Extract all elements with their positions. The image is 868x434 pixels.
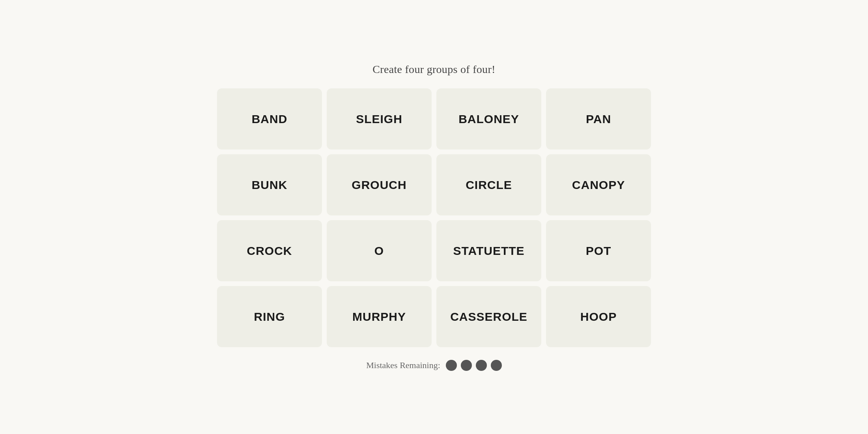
card-label-bunk: BUNK	[252, 178, 288, 192]
card-label-grouch: GROUCH	[352, 178, 406, 192]
card-pan[interactable]: PAN	[546, 88, 651, 150]
card-label-hoop: HOOP	[580, 310, 617, 324]
card-ring[interactable]: RING	[217, 286, 322, 347]
card-label-ring: RING	[254, 310, 285, 324]
card-pot[interactable]: POT	[546, 220, 651, 281]
mistake-dot-1	[446, 360, 457, 371]
card-label-o: O	[374, 244, 384, 258]
mistake-dot-2	[461, 360, 472, 371]
card-crock[interactable]: CROCK	[217, 220, 322, 281]
game-container: Create four groups of four! BANDSLEIGHBA…	[217, 63, 651, 371]
card-label-crock: CROCK	[247, 244, 292, 258]
card-label-circle: CIRCLE	[466, 178, 512, 192]
subtitle: Create four groups of four!	[372, 63, 495, 76]
card-casserole[interactable]: CASSEROLE	[436, 286, 541, 347]
card-baloney[interactable]: BALONEY	[436, 88, 541, 150]
mistake-dot-4	[491, 360, 502, 371]
word-grid: BANDSLEIGHBALONEYPANBUNKGROUCHCIRCLECANO…	[217, 88, 651, 347]
card-murphy[interactable]: MURPHY	[327, 286, 432, 347]
mistakes-label: Mistakes Remaining:	[366, 360, 440, 370]
mistakes-row: Mistakes Remaining:	[366, 360, 502, 371]
card-label-murphy: MURPHY	[352, 310, 406, 324]
card-grouch[interactable]: GROUCH	[327, 154, 432, 215]
card-o[interactable]: O	[327, 220, 432, 281]
card-statuette[interactable]: STATUETTE	[436, 220, 541, 281]
mistakes-dots	[446, 360, 502, 371]
card-label-statuette: STATUETTE	[453, 244, 524, 258]
card-sleigh[interactable]: SLEIGH	[327, 88, 432, 150]
card-label-casserole: CASSEROLE	[450, 310, 528, 324]
card-label-canopy: CANOPY	[572, 178, 625, 192]
card-circle[interactable]: CIRCLE	[436, 154, 541, 215]
card-label-band: BAND	[252, 112, 288, 126]
mistake-dot-3	[476, 360, 487, 371]
card-band[interactable]: BAND	[217, 88, 322, 150]
card-label-pot: POT	[586, 244, 612, 258]
card-canopy[interactable]: CANOPY	[546, 154, 651, 215]
card-label-sleigh: SLEIGH	[356, 112, 402, 126]
card-label-baloney: BALONEY	[458, 112, 519, 126]
card-label-pan: PAN	[586, 112, 611, 126]
card-bunk[interactable]: BUNK	[217, 154, 322, 215]
card-hoop[interactable]: HOOP	[546, 286, 651, 347]
